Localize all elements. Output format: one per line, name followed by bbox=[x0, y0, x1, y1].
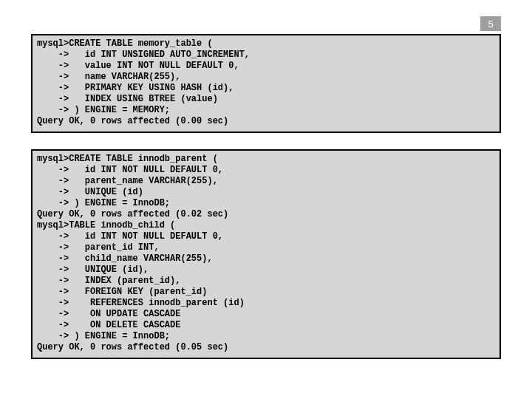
page-number: 5 bbox=[488, 18, 493, 30]
slide-page: 5 mysql>CREATE TABLE memory_table ( -> i… bbox=[0, 0, 532, 399]
code-block-memory-table: mysql>CREATE TABLE memory_table ( -> id … bbox=[31, 34, 501, 133]
page-number-badge: 5 bbox=[480, 16, 501, 31]
code-block-innodb-tables: mysql>CREATE TABLE innodb_parent ( -> id… bbox=[31, 149, 501, 359]
